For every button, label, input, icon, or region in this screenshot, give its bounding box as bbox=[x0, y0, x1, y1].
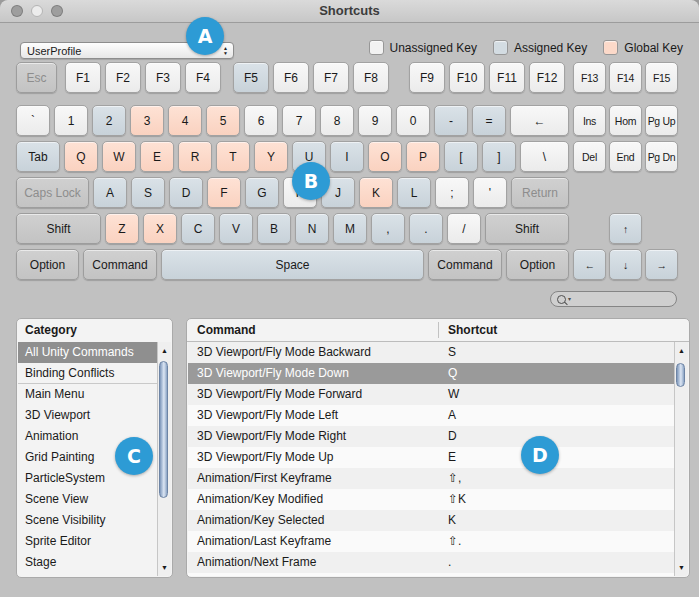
key-1[interactable]: 1 bbox=[54, 105, 88, 136]
key-e[interactable]: E bbox=[140, 141, 174, 172]
key-quote[interactable]: ' bbox=[473, 177, 507, 208]
key-w[interactable]: W bbox=[102, 141, 136, 172]
key-f[interactable]: F bbox=[207, 177, 241, 208]
key-y[interactable]: Y bbox=[254, 141, 288, 172]
key-2[interactable]: 2 bbox=[92, 105, 126, 136]
key-option-left[interactable]: Option bbox=[16, 249, 79, 280]
key-g[interactable]: G bbox=[245, 177, 279, 208]
key-x[interactable]: X bbox=[143, 213, 177, 244]
key-m[interactable]: M bbox=[333, 213, 367, 244]
key-shift-left[interactable]: Shift bbox=[16, 213, 101, 244]
category-item-all-unity-commands[interactable]: All Unity Commands bbox=[18, 342, 158, 363]
key-pg-up[interactable]: Pg Up bbox=[645, 105, 678, 136]
category-item-sprite-editor[interactable]: Sprite Editor bbox=[18, 531, 158, 552]
key-backslash[interactable]: \ bbox=[520, 141, 569, 172]
key-f10[interactable]: F10 bbox=[449, 62, 485, 93]
key-tab[interactable]: Tab bbox=[16, 141, 60, 172]
key-a[interactable]: A bbox=[93, 177, 127, 208]
key-f6[interactable]: F6 bbox=[273, 62, 309, 93]
category-scrollbar-thumb[interactable] bbox=[159, 361, 168, 498]
commands-scrollbar[interactable]: ▲ ▼ bbox=[674, 342, 688, 576]
key-b[interactable]: B bbox=[257, 213, 291, 244]
key-9[interactable]: 9 bbox=[358, 105, 392, 136]
key-command-right[interactable]: Command bbox=[428, 249, 502, 280]
scroll-down-icon[interactable]: ▼ bbox=[158, 561, 171, 574]
key-backspace[interactable]: ← bbox=[510, 105, 569, 136]
key-v[interactable]: V bbox=[219, 213, 253, 244]
key-period[interactable]: . bbox=[409, 213, 443, 244]
key-3[interactable]: 3 bbox=[130, 105, 164, 136]
key-shift-right[interactable]: Shift bbox=[485, 213, 569, 244]
key-z[interactable]: Z bbox=[105, 213, 139, 244]
table-row[interactable]: 3D Viewport/Fly Mode RightD bbox=[188, 426, 674, 447]
table-row[interactable]: 3D Viewport/Fly Mode BackwardS bbox=[188, 342, 674, 363]
category-scrollbar[interactable]: ▲ ▼ bbox=[157, 342, 171, 576]
key-k[interactable]: K bbox=[359, 177, 393, 208]
table-row[interactable]: Animation/Next Frame. bbox=[188, 552, 674, 573]
search-input[interactable]: ▾ bbox=[550, 291, 677, 307]
key-q[interactable]: Q bbox=[64, 141, 98, 172]
key-ins[interactable]: Ins bbox=[573, 105, 606, 136]
key-5[interactable]: 5 bbox=[206, 105, 240, 136]
table-row[interactable]: Animation/Key SelectedK bbox=[188, 510, 674, 531]
commands-scrollbar-thumb[interactable] bbox=[676, 363, 685, 387]
category-item-scene-view[interactable]: Scene View bbox=[18, 489, 158, 510]
table-row[interactable]: Animation/Last Keyframe⇧. bbox=[188, 531, 674, 552]
key-f1[interactable]: F1 bbox=[65, 62, 101, 93]
category-item-stage[interactable]: Stage bbox=[18, 552, 158, 573]
key-bracket-left[interactable]: [ bbox=[444, 141, 478, 172]
key-7[interactable]: 7 bbox=[282, 105, 316, 136]
key-end[interactable]: End bbox=[609, 141, 642, 172]
key-option-right[interactable]: Option bbox=[506, 249, 569, 280]
key-n[interactable]: N bbox=[295, 213, 329, 244]
key-grave[interactable]: ` bbox=[16, 105, 50, 136]
key-l[interactable]: L bbox=[397, 177, 431, 208]
scroll-up-icon[interactable]: ▲ bbox=[158, 344, 171, 357]
key-semicolon[interactable]: ; bbox=[435, 177, 469, 208]
key-f14[interactable]: F14 bbox=[609, 62, 642, 93]
key-arrow-right[interactable]: → bbox=[645, 249, 678, 280]
key-4[interactable]: 4 bbox=[168, 105, 202, 136]
key-f7[interactable]: F7 bbox=[313, 62, 349, 93]
key-s[interactable]: S bbox=[131, 177, 165, 208]
key-f11[interactable]: F11 bbox=[489, 62, 525, 93]
category-item-3d-viewport[interactable]: 3D Viewport bbox=[18, 405, 158, 426]
key-bracket-right[interactable]: ] bbox=[482, 141, 516, 172]
scroll-down-icon[interactable]: ▼ bbox=[675, 561, 688, 574]
key-f2[interactable]: F2 bbox=[105, 62, 141, 93]
key-6[interactable]: 6 bbox=[244, 105, 278, 136]
key-8[interactable]: 8 bbox=[320, 105, 354, 136]
key-hom[interactable]: Hom bbox=[609, 105, 642, 136]
key-arrow-down[interactable]: ↓ bbox=[609, 249, 642, 280]
key-r[interactable]: R bbox=[178, 141, 212, 172]
category-item-scene-visibility[interactable]: Scene Visibility bbox=[18, 510, 158, 531]
key-f12[interactable]: F12 bbox=[529, 62, 565, 93]
key-comma[interactable]: , bbox=[371, 213, 405, 244]
table-row[interactable]: 3D Viewport/Fly Mode ForwardW bbox=[188, 384, 674, 405]
key-f8[interactable]: F8 bbox=[353, 62, 389, 93]
table-row[interactable]: 3D Viewport/Fly Mode DownQ bbox=[188, 363, 674, 384]
key-i[interactable]: I bbox=[330, 141, 364, 172]
key-equals[interactable]: = bbox=[472, 105, 506, 136]
key-slash[interactable]: / bbox=[447, 213, 481, 244]
key-command-left[interactable]: Command bbox=[83, 249, 157, 280]
key-f3[interactable]: F3 bbox=[145, 62, 181, 93]
key-c[interactable]: C bbox=[181, 213, 215, 244]
scroll-up-icon[interactable]: ▲ bbox=[675, 344, 688, 357]
table-row[interactable]: Animation/First Keyframe⇧, bbox=[188, 468, 674, 489]
key-t[interactable]: T bbox=[216, 141, 250, 172]
key-d[interactable]: D bbox=[169, 177, 203, 208]
key-arrow-up[interactable]: ↑ bbox=[609, 213, 642, 244]
key-minus[interactable]: - bbox=[434, 105, 468, 136]
key-del[interactable]: Del bbox=[573, 141, 606, 172]
key-p[interactable]: P bbox=[406, 141, 440, 172]
key-f13[interactable]: F13 bbox=[573, 62, 606, 93]
key-space[interactable]: Space bbox=[161, 249, 424, 280]
key-f15[interactable]: F15 bbox=[645, 62, 678, 93]
table-row[interactable]: 3D Viewport/Fly Mode UpE bbox=[188, 447, 674, 468]
key-0[interactable]: 0 bbox=[396, 105, 430, 136]
category-item-binding-conflicts[interactable]: Binding Conflicts bbox=[18, 363, 158, 384]
key-pg-dn[interactable]: Pg Dn bbox=[645, 141, 678, 172]
key-arrow-left[interactable]: ← bbox=[573, 249, 606, 280]
key-f4[interactable]: F4 bbox=[185, 62, 221, 93]
